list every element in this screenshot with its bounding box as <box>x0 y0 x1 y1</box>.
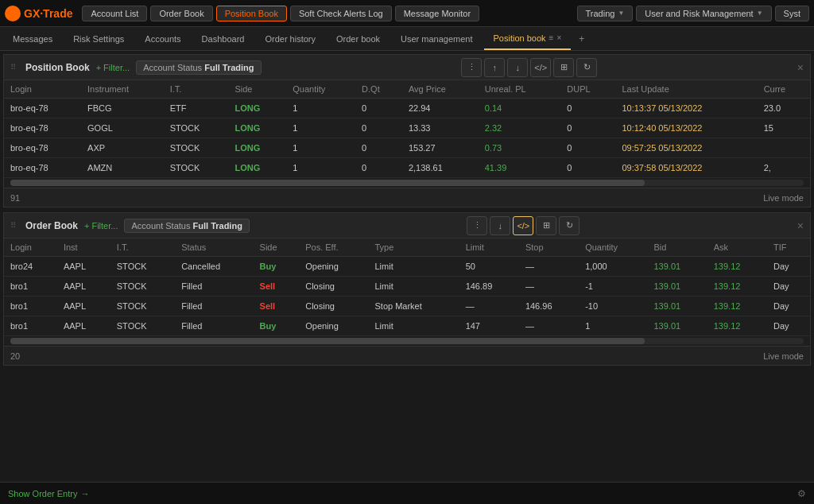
syst-dropdown[interactable]: Syst <box>775 6 809 21</box>
order-scrollbar[interactable] <box>10 338 804 344</box>
cell-status: Filled <box>175 277 253 297</box>
cell-side: Sell <box>254 277 300 297</box>
col-side: Side <box>228 80 286 99</box>
cell-tif: Day <box>767 257 810 277</box>
table-row[interactable]: bro-eq-78 GOGL STOCK LONG 1 0 13.33 2.32… <box>4 118 810 138</box>
order-book-nav-button[interactable]: Order Book <box>150 6 212 21</box>
cell-bid: 139.01 <box>647 316 707 336</box>
tab-order-book[interactable]: Order book <box>327 28 390 50</box>
download-button[interactable]: ↓ <box>507 58 528 77</box>
cell-it: STOCK <box>110 277 175 297</box>
cell-tif: Day <box>767 277 810 297</box>
table-row[interactable]: bro-eq-78 AXP STOCK LONG 1 0 153.27 0.73… <box>4 138 810 158</box>
cell-qty: 1 <box>579 316 647 336</box>
cell-unreal-pl: 0.73 <box>479 138 561 158</box>
table-row[interactable]: bro-eq-78 FBCG ETF LONG 1 0 22.94 0.14 0… <box>4 99 810 118</box>
table-row[interactable]: bro1 AAPL STOCK Filled Buy Opening Limit… <box>4 316 810 336</box>
tab-accounts[interactable]: Accounts <box>135 28 190 50</box>
cell-stop: 146.96 <box>519 297 579 316</box>
position-book-table: Login Instrument I.T. Side Quantity D.Qt… <box>4 80 810 178</box>
logo: GX·Trade <box>5 6 72 21</box>
arrow-right-icon: → <box>80 489 89 498</box>
cell-avg-price: 153.27 <box>402 138 479 158</box>
cell-it: STOCK <box>110 316 175 336</box>
soft-check-button[interactable]: Soft Check Alerts Log <box>290 6 392 21</box>
chevron-down-icon: ▼ <box>757 10 763 17</box>
table-row[interactable]: bro1 AAPL STOCK Filled Sell Closing Limi… <box>4 277 810 297</box>
trading-dropdown[interactable]: Trading ▼ <box>577 6 634 21</box>
cell-qty: 1 <box>286 138 355 158</box>
cell-dupl: 0 <box>560 99 615 118</box>
order-download-button[interactable]: ↓ <box>490 216 510 235</box>
add-tab-button[interactable]: + <box>572 30 591 48</box>
cell-login: bro1 <box>4 316 57 336</box>
cell-login: bro1 <box>4 277 57 297</box>
table-row[interactable]: bro-eq-78 AMZN STOCK LONG 1 0 2,138.61 4… <box>4 158 810 178</box>
table-row[interactable]: bro1 AAPL STOCK Filled Sell Closing Stop… <box>4 297 810 316</box>
order-code-view-button[interactable]: </> <box>513 216 533 235</box>
cell-last-update: 09:57:25 05/13/2022 <box>615 138 757 158</box>
close-icon[interactable]: × <box>797 61 804 74</box>
top-nav: GX·Trade Account List Order Book Positio… <box>0 0 814 27</box>
cell-bid: 139.01 <box>647 277 707 297</box>
tab-risk-settings[interactable]: Risk Settings <box>64 28 134 50</box>
tab-order-history[interactable]: Order history <box>255 28 325 50</box>
ocol-it: I.T. <box>110 238 175 257</box>
position-scrollbar[interactable] <box>10 180 804 186</box>
risk-management-dropdown[interactable]: User and Risk Management ▼ <box>636 6 771 21</box>
cell-it: STOCK <box>164 118 229 138</box>
col-curre: Curre <box>758 80 810 99</box>
position-book-nav-button[interactable]: Position Book <box>216 6 287 21</box>
tab-x-icon[interactable]: × <box>556 33 561 42</box>
refresh-button[interactable]: ↻ <box>576 58 597 77</box>
cell-avg-price: 2,138.61 <box>402 158 479 178</box>
cell-type: Limit <box>368 257 459 277</box>
cell-dqt: 0 <box>355 158 402 178</box>
ocol-login: Login <box>4 238 57 257</box>
tab-user-management[interactable]: User management <box>391 28 483 50</box>
account-list-button[interactable]: Account List <box>82 6 147 21</box>
cell-dqt: 0 <box>355 118 402 138</box>
ocol-inst: Inst <box>57 238 110 257</box>
col-last-update: Last Update <box>615 80 757 99</box>
order-more-options-button[interactable]: ⋮ <box>467 216 487 235</box>
cell-login: bro24 <box>4 257 57 277</box>
cell-side: LONG <box>228 138 286 158</box>
order-filter-status-label: Account Status Full Trading <box>124 219 249 233</box>
code-view-button[interactable]: </> <box>530 58 551 77</box>
tab-dashboard[interactable]: Dashboard <box>192 28 254 50</box>
order-grid-button[interactable]: ⊞ <box>536 216 556 235</box>
tab-close-icon[interactable]: ≡ <box>549 33 554 42</box>
order-filter-button[interactable]: + Filter... <box>84 221 118 231</box>
more-options-button[interactable]: ⋮ <box>461 58 482 77</box>
gear-icon[interactable]: ⚙ <box>797 488 806 499</box>
order-refresh-button[interactable]: ↻ <box>559 216 579 235</box>
drag-handle-icon[interactable]: ⠿ <box>10 63 16 72</box>
cell-side: LONG <box>228 118 286 138</box>
show-order-entry-button[interactable]: Show Order Entry → <box>8 489 89 498</box>
ocol-side: Side <box>254 238 300 257</box>
cell-login: bro-eq-78 <box>4 138 81 158</box>
tab-position-book[interactable]: Position book ≡ × <box>484 28 572 50</box>
cell-qty: -10 <box>579 297 647 316</box>
cell-side: LONG <box>228 158 286 178</box>
cell-inst: AAPL <box>57 297 110 316</box>
table-row[interactable]: bro24 AAPL STOCK Cancelled Buy Opening L… <box>4 257 810 277</box>
filter-button[interactable]: + Filter... <box>96 63 130 72</box>
cell-last-update: 09:37:58 05/13/2022 <box>615 158 757 178</box>
ocol-bid: Bid <box>647 238 707 257</box>
position-book-header: ⠿ Position Book + Filter... Account Stat… <box>4 55 810 80</box>
cell-instrument: FBCG <box>81 99 164 118</box>
drag-handle-icon[interactable]: ⠿ <box>10 221 16 230</box>
tab-messages[interactable]: Messages <box>3 28 62 50</box>
col-dupl: DUPL <box>560 80 615 99</box>
cell-qty: 1,000 <box>579 257 647 277</box>
order-close-icon[interactable]: × <box>797 219 804 232</box>
message-monitor-button[interactable]: Message Monitor <box>395 6 479 21</box>
grid-button[interactable]: ⊞ <box>553 58 574 77</box>
filter-status-label: Account Status Full Trading <box>136 60 261 75</box>
chevron-down-icon: ▼ <box>618 10 624 17</box>
cell-unreal-pl: 41.39 <box>479 158 561 178</box>
cell-instrument: AMZN <box>81 158 164 178</box>
upload-button[interactable]: ↑ <box>484 58 505 77</box>
